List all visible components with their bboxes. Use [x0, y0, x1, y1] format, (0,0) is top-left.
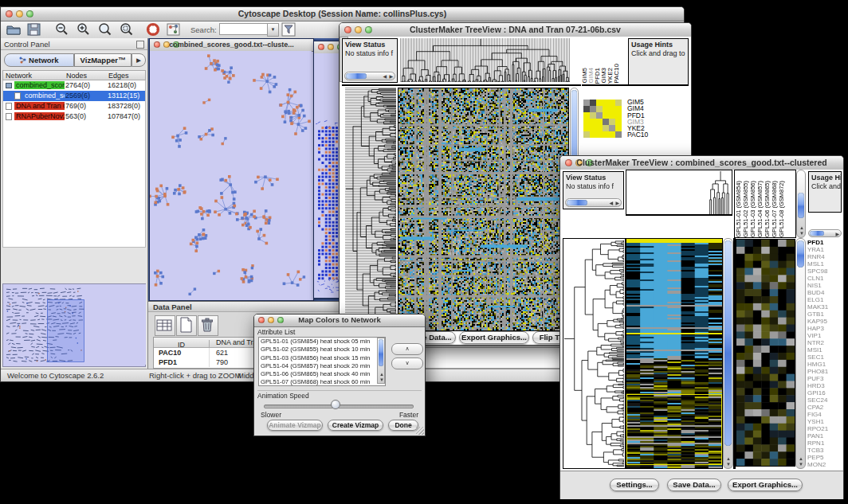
gene-label[interactable]: MAK31 — [807, 303, 842, 311]
usage-hscrollbar[interactable]: ▶ — [808, 229, 842, 237]
help-lifesaver-icon[interactable] — [146, 22, 162, 37]
column-dendrogram-canvas[interactable] — [400, 38, 571, 82]
gene-label[interactable]: CPA2 — [807, 404, 842, 411]
create-vizmap-button[interactable]: Create Vizmap — [328, 420, 383, 431]
zoom-fit-icon[interactable] — [98, 22, 114, 37]
status-hscrollbar[interactable]: ◀ ▶ — [565, 198, 622, 207]
scrollbar-thumb[interactable] — [567, 200, 587, 205]
status-hscrollbar[interactable]: ◀ ▶ — [344, 72, 395, 80]
gene-label[interactable]: PHO81 — [807, 368, 842, 375]
network-view-titlebar[interactable]: combined_scores_good.txt--cluste... — [150, 39, 313, 52]
scrollbar-thumb[interactable] — [798, 193, 804, 218]
network-canvas[interactable] — [150, 51, 312, 299]
gene-label[interactable]: PUF3 — [807, 375, 842, 382]
gene-label[interactable]: YRA1 — [807, 246, 842, 253]
attribute-item[interactable]: GPL51-04 (GSM857) heat shock 20 min — [259, 362, 385, 370]
zoom-out-icon[interactable] — [55, 22, 71, 37]
search-dropdown-icon[interactable]: ▼ — [267, 23, 279, 37]
list-vscrollbar[interactable]: ▲ ▼ — [377, 338, 385, 384]
open-file-button[interactable] — [6, 22, 22, 37]
scrollbar-thumb[interactable] — [797, 240, 804, 268]
gene-label[interactable]: CLN1 — [807, 275, 842, 282]
tab-vizmapper[interactable]: VizMapper™ — [74, 53, 132, 67]
scroll-down-icon[interactable]: ▼ — [799, 231, 804, 236]
attribute-item[interactable]: GPL51-02 (GSM855) heat shock 10 min — [259, 346, 385, 354]
dialog-titlebar[interactable]: Map Colors to Network — [254, 315, 425, 327]
new-attribute-icon[interactable] — [176, 315, 197, 336]
gene-label[interactable]: GPI16 — [807, 389, 842, 397]
attribute-item[interactable]: GPL51-07 (GSM868) heat shock 60 min — [259, 378, 385, 386]
gene-label[interactable]: HAP3 — [807, 325, 842, 332]
speed-slider-thumb[interactable] — [331, 400, 340, 409]
heatmap-vscrollbar[interactable]: ▲ ▼ — [723, 238, 733, 469]
scroll-up-icon[interactable]: ▲ — [799, 456, 803, 461]
gene-label[interactable]: KAP95 — [807, 318, 842, 325]
network-row[interactable]: combined_sco 2569(6) 13112(15) — [3, 91, 145, 101]
heatmap-canvas[interactable] — [626, 238, 723, 469]
zoom-vscrollbar[interactable]: ▲ ▼ — [795, 238, 806, 469]
float-panel-icon[interactable] — [136, 41, 144, 49]
move-up-button[interactable]: ∧ — [391, 343, 423, 355]
column-dendrogram-canvas[interactable] — [626, 170, 732, 216]
scrollbar-thumb[interactable] — [810, 231, 824, 236]
gene-label[interactable]: SPC98 — [807, 268, 842, 275]
done-button[interactable]: Done — [388, 420, 418, 431]
animate-vizmap-button[interactable]: Animate Vizmap — [267, 420, 323, 431]
delete-attribute-trash-icon[interactable] — [198, 315, 218, 336]
gene-label[interactable]: HRD3 — [807, 382, 842, 389]
attribute-table-icon[interactable] — [155, 315, 175, 336]
overview-canvas[interactable] — [3, 284, 146, 365]
gene-label[interactable]: NIS1 — [807, 282, 842, 289]
gene-label[interactable]: VIP1 — [807, 332, 842, 339]
gene-label[interactable]: MSI1 — [807, 346, 842, 354]
gene-label[interactable]: RPO21 — [807, 425, 842, 432]
gene-label[interactable]: YSH1 — [807, 418, 842, 425]
gene-label[interactable]: MSL1 — [807, 260, 842, 268]
tab-overflow-icon[interactable]: ▶ — [132, 53, 146, 67]
settings-button[interactable]: Settings... — [610, 479, 659, 491]
gene-label[interactable]: RPN1 — [807, 440, 842, 447]
gene-label[interactable]: SEC24 — [807, 397, 842, 404]
gene-label[interactable]: ELG1 — [807, 296, 842, 303]
export-graphics-button[interactable]: Export Graphics... — [459, 331, 529, 344]
gene-label[interactable]: FIG4 — [807, 411, 842, 418]
attribute-item[interactable]: GPL51-03 (GSM856) heat shock 15 min — [259, 354, 385, 362]
resize-grip[interactable] — [416, 427, 424, 435]
scroll-up-icon[interactable]: ▲ — [726, 456, 731, 461]
gene-label[interactable]: TCB3 — [807, 447, 842, 454]
gene-label[interactable]: GTB1 — [807, 311, 842, 318]
zoom-heatmap-canvas[interactable] — [736, 239, 795, 467]
gene-label[interactable]: PAN1 — [807, 432, 842, 440]
network-overview-panel[interactable] — [2, 283, 146, 367]
heatmap-canvas[interactable] — [398, 88, 569, 331]
scroll-right-icon[interactable]: ▶ — [389, 74, 393, 79]
gene-label[interactable]: RNR4 — [807, 253, 842, 260]
gene-label[interactable]: PEP5 — [807, 454, 842, 461]
minimize-icon[interactable] — [328, 44, 334, 50]
main-titlebar[interactable]: Cytoscape Desktop (Session Name: collins… — [1, 7, 684, 21]
gene-label[interactable]: HMG1 — [807, 361, 842, 368]
scroll-right-icon[interactable]: ▶ — [835, 232, 839, 236]
zoom-in-icon[interactable] — [77, 22, 92, 37]
gene-label[interactable]: MON2 — [807, 461, 842, 468]
tab-network[interactable]: Network — [4, 53, 74, 67]
gene-label[interactable]: SEC1 — [807, 354, 842, 361]
attribute-item[interactable]: GPL51-01 (GSM854) heat shock 05 min — [259, 338, 385, 346]
network-row[interactable]: RNAPuberNov2+ 563(0) 107847(0) — [3, 111, 145, 122]
search-input[interactable] — [219, 23, 269, 35]
scroll-right-icon[interactable]: ▶ — [615, 201, 619, 205]
treeview1-titlebar[interactable]: ClusterMaker TreeView : DNA and Tran 07-… — [340, 23, 691, 37]
close-icon[interactable] — [318, 44, 324, 50]
treeview2-titlebar[interactable]: ClusterMaker TreeView : combined_scores_… — [560, 156, 843, 170]
gene-label[interactable]: BUD4 — [807, 289, 842, 296]
scroll-left-icon[interactable]: ◀ — [383, 74, 387, 79]
column-labels-vscrollbar[interactable]: ▲ ▼ — [796, 170, 806, 238]
row-dendrogram-canvas[interactable] — [563, 238, 626, 469]
row-dendrogram-canvas[interactable] — [345, 88, 396, 330]
scroll-left-icon[interactable]: ◀ — [609, 201, 613, 205]
save-data-button[interactable]: Save Data... — [667, 479, 721, 491]
scroll-down-icon[interactable]: ▼ — [799, 462, 803, 467]
network-row[interactable]: combined_scores 2764(0) 16218(0) — [3, 80, 145, 91]
gene-label[interactable]: NTR2 — [807, 339, 842, 346]
zoom-selected-icon[interactable] — [120, 22, 135, 37]
